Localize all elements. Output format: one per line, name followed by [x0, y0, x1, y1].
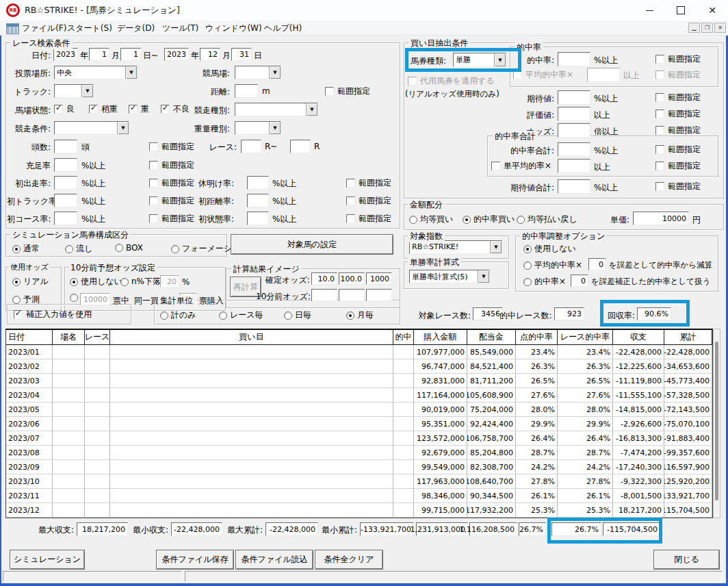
weight-select[interactable]	[235, 121, 281, 135]
table-row[interactable]: 2023/0392,831,00081,711,20026.5%26.5%-11…	[6, 374, 712, 388]
expect-field[interactable]	[558, 90, 590, 105]
year-to-field[interactable]: 2023	[164, 48, 189, 61]
agg-per-day-radio[interactable]: 日毎	[284, 309, 311, 321]
correction-checkbox[interactable]: 補正入力値を使用	[14, 309, 92, 320]
close-window-button[interactable]: 閉じる	[653, 550, 720, 570]
dropdown-arrow-icon[interactable]	[125, 66, 137, 79]
odds-range-checkbox[interactable]: 範囲指定	[655, 125, 701, 136]
year-from-field[interactable]: 2023	[53, 48, 78, 61]
dropdown-arrow-icon[interactable]	[490, 241, 502, 253]
single-avg-checkbox[interactable]: 単平均的率×	[491, 160, 551, 172]
menu-data[interactable]: データ(D)	[117, 21, 155, 36]
race-cond-select[interactable]	[54, 121, 129, 135]
formula-select[interactable]: 単勝率計算式(5)	[409, 270, 490, 283]
maximize-button[interactable]	[665, 0, 697, 21]
ticket-type-select[interactable]: 単勝	[453, 53, 506, 67]
hit-rate-range-checkbox[interactable]: 範囲指定	[655, 53, 701, 65]
day-to-field[interactable]: 31	[231, 48, 252, 61]
dropdown-arrow-icon[interactable]	[478, 270, 489, 283]
ground-good-checkbox[interactable]: 良	[54, 103, 75, 115]
scrollbar-thumb[interactable]	[715, 342, 718, 500]
fill-rate-field[interactable]	[54, 158, 77, 172]
race-kind-select[interactable]	[235, 103, 318, 116]
ground-bad-checkbox[interactable]: 不良	[161, 103, 190, 115]
track-select[interactable]	[54, 84, 94, 98]
substitute-ticket-checkbox[interactable]: 代用馬券を適用する	[408, 75, 495, 87]
target-index-select[interactable]: RB☆STRIKE!	[409, 240, 502, 254]
race-to-field[interactable]	[290, 140, 311, 153]
expect-total-range-checkbox[interactable]: 範囲指定	[655, 181, 701, 192]
pre-odds-none-radio[interactable]: 使用しない	[70, 276, 122, 288]
race-from-field[interactable]	[241, 140, 261, 153]
unit-price-field[interactable]: 10000	[633, 212, 689, 225]
fixed-odds-field-2[interactable]: 100.0	[339, 272, 365, 285]
adjust-hit-radio[interactable]: 的中率×	[523, 276, 566, 288]
hit-rate-field[interactable]	[558, 52, 590, 66]
odds-predict-radio[interactable]: 予測	[12, 294, 40, 305]
first-course-range-checkbox[interactable]: 範囲指定	[149, 213, 194, 225]
pre-odds-drop-field[interactable]: 20	[160, 275, 179, 288]
table-row[interactable]: 2023/0999,549,00082,308,70024.2%24.2%-17…	[6, 460, 712, 474]
first-track-field[interactable]	[54, 194, 77, 207]
distance-field[interactable]	[235, 84, 258, 98]
hit-total-range-checkbox[interactable]: 範囲指定	[655, 144, 701, 155]
table-row[interactable]: 2023/0296,747,00084,521,40026.3%26.3%-12…	[6, 359, 712, 374]
avg-hit-rate-checkbox[interactable]: 平均的中率×	[513, 69, 573, 81]
mdi-restore-button[interactable]: ❐	[701, 23, 713, 33]
close-button[interactable]: ✕	[697, 0, 728, 21]
first-track-range-checkbox[interactable]: 範囲指定	[149, 195, 194, 207]
odds-field[interactable]	[558, 123, 590, 138]
load-condition-button[interactable]: 条件ファイル読込	[235, 550, 313, 570]
rest-field[interactable]	[247, 176, 269, 190]
distance-range-checkbox[interactable]: 範囲指定	[325, 86, 370, 97]
dropdown-arrow-icon[interactable]	[117, 122, 129, 134]
pre-odds-drop-radio[interactable]: n%下落	[120, 276, 161, 288]
hit-rate-buy-radio[interactable]: 的中率買い	[463, 214, 515, 225]
first-cond-field[interactable]	[247, 212, 269, 225]
equal-buy-radio[interactable]: 均等買い	[409, 214, 453, 225]
table-row[interactable]: 2023/07123,572,000106,758,70026.4%26.4%-…	[6, 431, 712, 446]
simulation-button[interactable]: シミュレーション	[10, 550, 85, 570]
target-horse-button[interactable]: 対象馬の設定	[231, 234, 393, 255]
mdi-close-button[interactable]: ✕	[714, 23, 726, 33]
dropdown-arrow-icon[interactable]	[306, 103, 317, 116]
fill-range-checkbox[interactable]: 範囲指定	[149, 160, 194, 171]
heads-range-checkbox[interactable]: 範囲指定	[149, 141, 194, 153]
pre-odds-votes-radio[interactable]	[70, 294, 78, 302]
month-to-field[interactable]: 12	[200, 48, 220, 61]
table-row[interactable]: 2023/0590,019,00075,204,00028.0%28.0%-14…	[6, 403, 712, 417]
ground-heavy-checkbox[interactable]: 重	[129, 103, 149, 115]
dropdown-arrow-icon[interactable]	[269, 66, 281, 79]
sim-normal-radio[interactable]: 通常	[12, 243, 40, 255]
table-row[interactable]: 2023/0695,351,00092,424,40029.9%29.9%-2,…	[6, 417, 712, 431]
sim-box-radio[interactable]: BOX	[115, 243, 143, 253]
eval-field[interactable]	[558, 107, 590, 121]
equal-payback-radio[interactable]: 均等払い戻し	[517, 214, 577, 225]
first-course-field[interactable]	[54, 212, 77, 225]
single-avg-range-checkbox[interactable]: 範囲指定	[655, 160, 701, 172]
table-scrollbar[interactable]	[713, 329, 720, 518]
first-run-range-checkbox[interactable]: 範囲指定	[149, 177, 194, 189]
minimize-button[interactable]	[634, 0, 665, 21]
child-window-icon[interactable]	[6, 23, 19, 34]
heads-field[interactable]	[54, 140, 77, 153]
first-dist-field[interactable]	[247, 194, 269, 207]
first-run-field[interactable]	[54, 176, 77, 190]
adjust-avg-field[interactable]: 0	[588, 258, 606, 270]
adjust-hit-field[interactable]: 0	[571, 275, 588, 287]
first-cond-range-checkbox[interactable]: 範囲指定	[346, 213, 391, 225]
pre-odds-votes-field[interactable]: 10000	[80, 293, 110, 305]
table-row[interactable]: 2023/1299,715,000117,932,20025.3%25.3%18…	[6, 503, 712, 518]
pre10-odds-field-1[interactable]	[311, 289, 337, 301]
menu-tools[interactable]: ツール(T)	[162, 21, 198, 36]
agg-per-race-radio[interactable]: レース毎	[219, 309, 263, 321]
menu-file[interactable]: ファイル(F)	[22, 21, 66, 36]
racecourse-select[interactable]	[235, 66, 281, 79]
menu-window[interactable]: ウィンドウ(W)	[205, 21, 262, 36]
mdi-minimize-button[interactable]: ▁	[688, 23, 700, 33]
single-avg-field[interactable]	[558, 159, 590, 173]
menu-help[interactable]: ヘルプ(H)	[264, 21, 302, 36]
avg-hit-range-checkbox[interactable]: 範囲指定	[655, 69, 701, 81]
odds-real-radio[interactable]: リアル	[12, 276, 49, 288]
fixed-odds-field-3[interactable]: 1000	[366, 272, 392, 285]
